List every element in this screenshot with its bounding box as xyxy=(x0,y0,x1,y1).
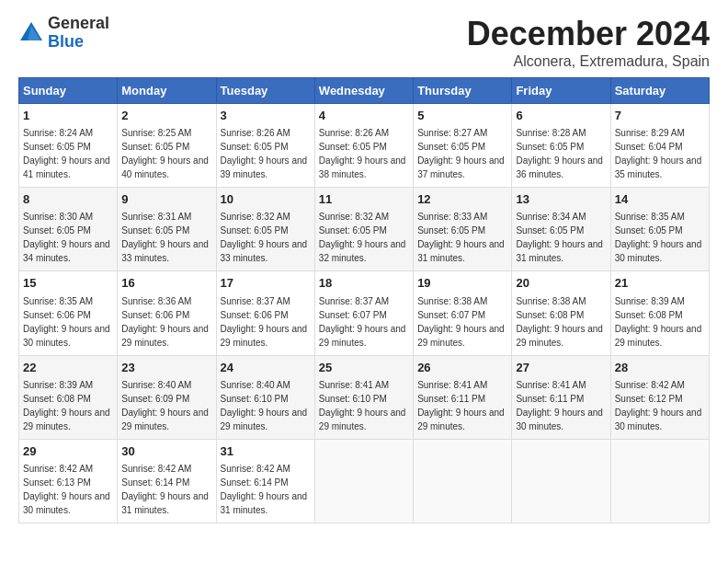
day-number: 24 xyxy=(221,360,311,376)
sunrise-text: Sunrise: 8:42 AM xyxy=(121,464,191,474)
sunset-text: Sunset: 6:09 PM xyxy=(121,394,189,404)
weekday-header-friday: Friday xyxy=(512,78,610,104)
sunset-text: Sunset: 6:07 PM xyxy=(417,310,485,320)
daylight-text: Daylight: 9 hours and 30 minutes. xyxy=(23,491,110,515)
logo-text: General Blue xyxy=(48,15,109,52)
month-title: December 2024 xyxy=(467,15,710,53)
calendar-cell: 24Sunrise: 8:40 AMSunset: 6:10 PMDayligh… xyxy=(216,355,314,439)
calendar-cell: 17Sunrise: 8:37 AMSunset: 6:06 PMDayligh… xyxy=(216,271,314,355)
sunrise-text: Sunrise: 8:29 AM xyxy=(615,128,685,138)
calendar-cell: 16Sunrise: 8:36 AMSunset: 6:06 PMDayligh… xyxy=(118,271,216,355)
sunrise-text: Sunrise: 8:37 AM xyxy=(319,296,389,306)
calendar-cell: 18Sunrise: 8:37 AMSunset: 6:07 PMDayligh… xyxy=(314,271,413,355)
sunset-text: Sunset: 6:05 PM xyxy=(516,142,584,152)
daylight-text: Daylight: 9 hours and 37 minutes. xyxy=(417,155,505,179)
calendar-cell: 5Sunrise: 8:27 AMSunset: 6:05 PMDaylight… xyxy=(414,104,512,188)
sunset-text: Sunset: 6:14 PM xyxy=(221,477,289,488)
sunset-text: Sunset: 6:10 PM xyxy=(319,394,387,404)
daylight-text: Daylight: 9 hours and 31 minutes. xyxy=(417,239,505,263)
calendar-cell: 11Sunrise: 8:32 AMSunset: 6:05 PMDayligh… xyxy=(314,188,413,271)
daylight-text: Daylight: 9 hours and 30 minutes. xyxy=(615,239,702,263)
calendar-cell: 7Sunrise: 8:29 AMSunset: 6:04 PMDaylight… xyxy=(610,104,709,188)
weekday-header-sunday: Sunday xyxy=(19,78,118,104)
sunrise-text: Sunrise: 8:42 AM xyxy=(615,380,685,390)
calendar-cell: 6Sunrise: 8:28 AMSunset: 6:05 PMDaylight… xyxy=(512,104,610,188)
calendar-cell xyxy=(610,439,709,523)
daylight-text: Daylight: 9 hours and 29 minutes. xyxy=(121,324,209,348)
sunset-text: Sunset: 6:05 PM xyxy=(417,225,485,236)
sunset-text: Sunset: 6:06 PM xyxy=(221,310,289,320)
daylight-text: Daylight: 9 hours and 33 minutes. xyxy=(121,239,209,263)
sunrise-text: Sunrise: 8:39 AM xyxy=(23,380,93,390)
sunset-text: Sunset: 6:13 PM xyxy=(23,477,91,488)
day-number: 29 xyxy=(23,443,113,460)
weekday-header-row: SundayMondayTuesdayWednesdayThursdayFrid… xyxy=(19,78,710,104)
calendar-cell xyxy=(512,439,610,523)
day-number: 26 xyxy=(417,360,507,376)
calendar-cell: 8Sunrise: 8:30 AMSunset: 6:05 PMDaylight… xyxy=(19,188,118,271)
sunset-text: Sunset: 6:12 PM xyxy=(615,394,683,404)
sunset-text: Sunset: 6:05 PM xyxy=(319,225,387,236)
calendar-cell: 30Sunrise: 8:42 AMSunset: 6:14 PMDayligh… xyxy=(118,439,216,523)
daylight-text: Daylight: 9 hours and 29 minutes. xyxy=(417,408,505,431)
daylight-text: Daylight: 9 hours and 30 minutes. xyxy=(23,324,110,348)
sunrise-text: Sunrise: 8:28 AM xyxy=(516,128,586,138)
daylight-text: Daylight: 9 hours and 29 minutes. xyxy=(319,324,406,348)
calendar-cell: 10Sunrise: 8:32 AMSunset: 6:05 PMDayligh… xyxy=(216,188,314,271)
weekday-header-monday: Monday xyxy=(118,78,216,104)
sunrise-text: Sunrise: 8:37 AM xyxy=(221,296,290,306)
sunrise-text: Sunrise: 8:26 AM xyxy=(221,128,290,138)
calendar-cell: 12Sunrise: 8:33 AMSunset: 6:05 PMDayligh… xyxy=(414,188,512,271)
daylight-text: Daylight: 9 hours and 38 minutes. xyxy=(319,155,406,179)
calendar-week-row: 1Sunrise: 8:24 AMSunset: 6:05 PMDaylight… xyxy=(19,104,710,188)
day-number: 15 xyxy=(23,275,113,292)
logo: General Blue xyxy=(18,15,109,52)
day-number: 12 xyxy=(417,191,507,208)
day-number: 25 xyxy=(319,360,409,376)
calendar-cell: 15Sunrise: 8:35 AMSunset: 6:06 PMDayligh… xyxy=(19,271,118,355)
day-number: 2 xyxy=(121,108,211,124)
sunrise-text: Sunrise: 8:35 AM xyxy=(615,212,685,222)
sunset-text: Sunset: 6:05 PM xyxy=(221,225,289,236)
sunrise-text: Sunrise: 8:42 AM xyxy=(23,464,93,474)
daylight-text: Daylight: 9 hours and 36 minutes. xyxy=(516,155,603,179)
day-number: 10 xyxy=(221,191,311,208)
sunset-text: Sunset: 6:06 PM xyxy=(121,310,189,320)
day-number: 28 xyxy=(615,360,705,376)
sunrise-text: Sunrise: 8:30 AM xyxy=(23,212,93,222)
day-number: 9 xyxy=(121,191,211,208)
sunset-text: Sunset: 6:05 PM xyxy=(23,225,91,236)
daylight-text: Daylight: 9 hours and 30 minutes. xyxy=(516,408,603,431)
daylight-text: Daylight: 9 hours and 30 minutes. xyxy=(615,408,702,431)
day-number: 31 xyxy=(221,443,311,460)
daylight-text: Daylight: 9 hours and 29 minutes. xyxy=(221,324,308,348)
daylight-text: Daylight: 9 hours and 34 minutes. xyxy=(23,239,110,263)
weekday-header-tuesday: Tuesday xyxy=(216,78,314,104)
location-subtitle: Alconera, Extremadura, Spain xyxy=(467,53,710,70)
sunrise-text: Sunrise: 8:24 AM xyxy=(23,128,93,138)
daylight-text: Daylight: 9 hours and 29 minutes. xyxy=(319,408,406,431)
daylight-text: Daylight: 9 hours and 31 minutes. xyxy=(221,491,308,515)
daylight-text: Daylight: 9 hours and 29 minutes. xyxy=(615,324,702,348)
daylight-text: Daylight: 9 hours and 32 minutes. xyxy=(319,239,406,263)
header: General Blue December 2024 Alconera, Ext… xyxy=(18,15,710,70)
day-number: 19 xyxy=(417,275,507,292)
sunset-text: Sunset: 6:08 PM xyxy=(516,310,584,320)
day-number: 11 xyxy=(319,191,409,208)
logo-icon xyxy=(18,20,44,46)
sunset-text: Sunset: 6:05 PM xyxy=(417,142,485,152)
day-number: 6 xyxy=(516,108,606,124)
sunrise-text: Sunrise: 8:26 AM xyxy=(319,128,389,138)
calendar-cell: 22Sunrise: 8:39 AMSunset: 6:08 PMDayligh… xyxy=(19,355,118,439)
sunrise-text: Sunrise: 8:25 AM xyxy=(121,128,191,138)
sunset-text: Sunset: 6:05 PM xyxy=(319,142,387,152)
sunrise-text: Sunrise: 8:31 AM xyxy=(121,212,191,222)
sunrise-text: Sunrise: 8:38 AM xyxy=(417,296,487,306)
sunrise-text: Sunrise: 8:40 AM xyxy=(221,380,290,390)
sunrise-text: Sunrise: 8:41 AM xyxy=(516,380,586,390)
calendar-table: SundayMondayTuesdayWednesdayThursdayFrid… xyxy=(18,77,710,523)
daylight-text: Daylight: 9 hours and 29 minutes. xyxy=(417,324,505,348)
sunset-text: Sunset: 6:05 PM xyxy=(221,142,289,152)
sunset-text: Sunset: 6:04 PM xyxy=(615,142,683,152)
day-number: 23 xyxy=(121,360,211,376)
